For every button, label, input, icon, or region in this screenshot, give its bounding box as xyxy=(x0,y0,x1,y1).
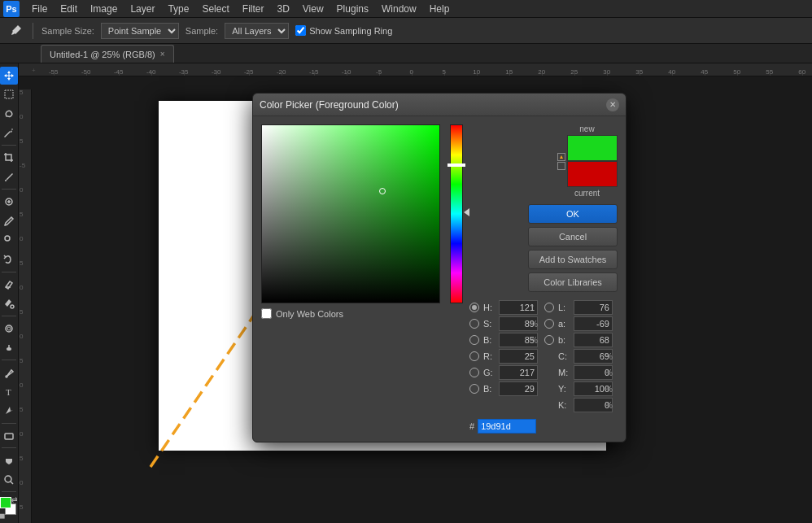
g-radio[interactable] xyxy=(469,368,479,377)
b3-label: b: xyxy=(558,335,571,345)
menu-edit[interactable]: Edit xyxy=(55,2,83,16)
l-label: L: xyxy=(558,303,571,312)
eyedropper-tool[interactable] xyxy=(0,168,18,186)
ruler-tick: -30 xyxy=(200,68,233,76)
wand-tool[interactable] xyxy=(0,124,18,142)
a-input[interactable] xyxy=(574,316,613,331)
color-field[interactable] xyxy=(261,124,440,303)
ruler-tick: 60 xyxy=(786,68,812,76)
menu-type[interactable]: Type xyxy=(162,2,194,16)
sample-size-select[interactable]: Point Sample xyxy=(101,23,179,39)
hand-tool[interactable] xyxy=(0,451,18,469)
c-unit: % xyxy=(605,352,617,361)
menu-plugins[interactable]: Plugins xyxy=(331,2,374,16)
l-radio[interactable] xyxy=(544,303,554,312)
tab-close-button[interactable]: × xyxy=(160,50,165,59)
tools-sep-8 xyxy=(2,491,16,492)
menu-help[interactable]: Help xyxy=(424,2,456,16)
hue-slider[interactable] xyxy=(450,124,463,303)
lasso-tool[interactable] xyxy=(0,105,18,123)
b-radio[interactable] xyxy=(469,335,479,345)
swap-colors-icon[interactable]: ⇄ xyxy=(11,495,18,503)
marquee-tool[interactable] xyxy=(0,86,18,104)
b3-input[interactable] xyxy=(574,333,613,347)
add-to-swatches-button[interactable]: Add to Swatches xyxy=(528,250,618,269)
blur-tool[interactable] xyxy=(0,320,18,338)
show-sampling-ring-checkbox[interactable] xyxy=(295,25,306,36)
dialog-title: Color Picker (Foreground Color) xyxy=(260,99,399,111)
sample-layers-select[interactable]: All Layers xyxy=(225,23,289,39)
color-libraries-button[interactable]: Color Libraries xyxy=(528,272,618,292)
paint-bucket-tool[interactable] xyxy=(0,294,18,312)
clone-tool[interactable] xyxy=(0,232,18,250)
dodge-tool[interactable] xyxy=(0,338,18,356)
menu-view[interactable]: View xyxy=(297,2,330,16)
text-tool[interactable]: T xyxy=(0,383,18,401)
swatch-warning-icon: ▲ xyxy=(557,153,565,161)
dialog-body: Only Web Colors xyxy=(253,116,626,442)
tab-bar: Untitled-1 @ 25% (RGB/8) × xyxy=(0,44,812,63)
crop-tool[interactable] xyxy=(0,149,18,167)
menu-select[interactable]: Select xyxy=(196,2,234,16)
menu-file[interactable]: File xyxy=(26,2,53,16)
m-unit: % xyxy=(605,368,617,377)
h-unit: ° xyxy=(530,303,542,312)
menu-filter[interactable]: Filter xyxy=(237,2,270,16)
dialog-title-bar: Color Picker (Foreground Color) ✕ xyxy=(253,94,626,116)
b3-radio[interactable] xyxy=(544,335,554,345)
current-color-swatch[interactable] xyxy=(567,161,618,187)
b2-label: B: xyxy=(483,384,496,394)
ruler-num: 5 xyxy=(20,211,23,218)
zoom-tool[interactable] xyxy=(0,471,18,489)
eraser-tool[interactable] xyxy=(0,276,18,294)
new-color-swatch[interactable] xyxy=(567,135,618,161)
m-label: M: xyxy=(558,368,571,377)
foreground-color-swatch[interactable] xyxy=(0,497,11,508)
history-tool[interactable] xyxy=(0,251,18,268)
color-swatches-area: new ▲ xyxy=(469,124,618,198)
swatch-current-label: current xyxy=(574,189,600,198)
pen-tool[interactable] xyxy=(0,364,18,381)
menu-window[interactable]: Window xyxy=(376,2,422,16)
menu-layer[interactable]: Layer xyxy=(124,2,160,16)
color-picker-dialog: Color Picker (Foreground Color) ✕ xyxy=(252,93,626,442)
swatch-gamut-icon xyxy=(557,162,565,170)
r-radio[interactable] xyxy=(469,351,479,361)
a-label: a: xyxy=(558,319,571,329)
b2-radio[interactable] xyxy=(469,384,479,394)
a-radio[interactable] xyxy=(544,319,554,329)
menu-image[interactable]: Image xyxy=(85,2,123,16)
g-label: G: xyxy=(483,368,496,377)
web-colors-checkbox[interactable] xyxy=(261,308,272,319)
dialog-close-button[interactable]: ✕ xyxy=(606,98,619,111)
ruler-tick: 45 xyxy=(688,68,721,76)
s-unit: % xyxy=(530,320,542,329)
document-tab[interactable]: Untitled-1 @ 25% (RGB/8) × xyxy=(41,45,174,63)
default-colors-icon[interactable]: ◼ xyxy=(0,512,5,520)
svg-point-1 xyxy=(5,180,7,181)
b-unit: % xyxy=(530,336,542,345)
canvas-area[interactable]: Color Picker (Foreground Color) ✕ xyxy=(45,76,812,523)
s-label: S: xyxy=(483,319,496,329)
path-select-tool[interactable] xyxy=(0,402,18,420)
move-tool[interactable] xyxy=(0,67,18,85)
s-radio[interactable] xyxy=(469,319,479,329)
brush-tool[interactable] xyxy=(0,212,18,230)
menu-3d[interactable]: 3D xyxy=(271,2,295,16)
shape-tool[interactable] xyxy=(0,427,18,445)
h-radio[interactable] xyxy=(469,303,479,312)
h-label: H: xyxy=(483,303,496,312)
dialog-buttons: OK Cancel Add to Swatches Color Librarie… xyxy=(469,204,618,292)
b2-input[interactable] xyxy=(499,381,538,396)
eyedropper-tool-icon[interactable] xyxy=(7,22,24,40)
g-input[interactable] xyxy=(499,365,538,380)
r-input[interactable] xyxy=(499,349,538,364)
ruler-num: 5 xyxy=(20,407,23,413)
ok-button[interactable]: OK xyxy=(528,204,618,224)
show-sampling-ring-label: Show Sampling Ring xyxy=(309,26,392,36)
spot-heal-tool[interactable] xyxy=(0,193,18,211)
cancel-button[interactable]: Cancel xyxy=(528,227,618,246)
l-input[interactable] xyxy=(574,300,613,315)
y-label: Y: xyxy=(558,384,571,394)
hex-input[interactable] xyxy=(478,419,536,434)
